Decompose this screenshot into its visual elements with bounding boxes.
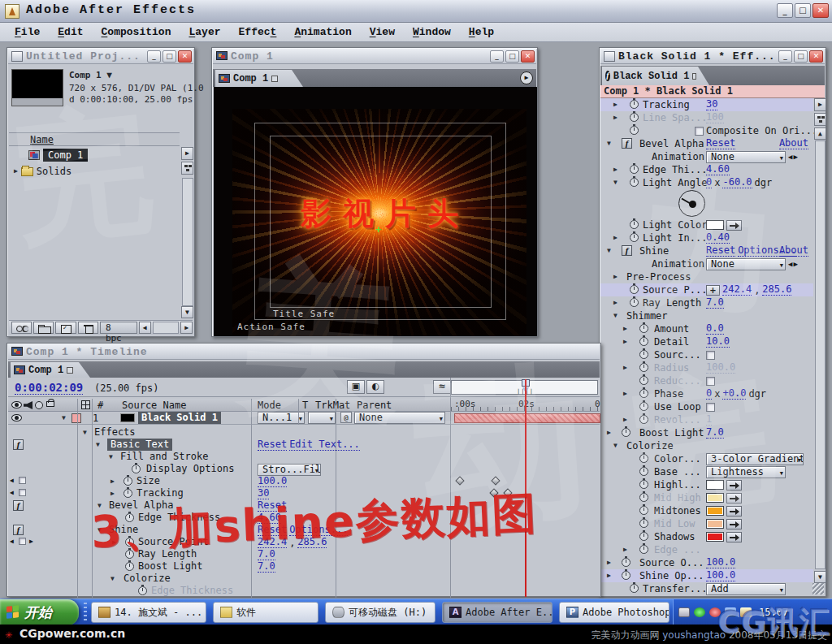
- twirl-down-icon[interactable]: ▼: [613, 439, 618, 452]
- value-link[interactable]: 100.0: [258, 476, 287, 487]
- twirl-right-icon[interactable]: ▶: [613, 98, 618, 111]
- stopwatch-icon[interactable]: [639, 532, 648, 541]
- value-link[interactable]: 10.0: [706, 336, 730, 348]
- menu-window[interactable]: Window: [405, 24, 459, 40]
- eyedropper-icon[interactable]: [726, 519, 742, 529]
- stopwatch-icon[interactable]: [630, 100, 639, 109]
- bit-depth-button[interactable]: 8 bpc: [100, 322, 137, 334]
- effect-switch-icon[interactable]: f: [13, 439, 24, 450]
- effects-tab[interactable]: f Black Solid 1: [602, 67, 709, 85]
- parent-dropdown[interactable]: None: [354, 412, 445, 424]
- tab-close-box[interactable]: [271, 76, 278, 82]
- value-link[interactable]: 100.0: [706, 362, 735, 374]
- resize-grip[interactable]: [812, 583, 824, 594]
- value-link[interactable]: 285.6: [762, 284, 791, 296]
- keyframe-diamond[interactable]: [455, 476, 464, 485]
- current-time-display[interactable]: 0:00:02:09: [15, 381, 83, 395]
- twirl-right-icon[interactable]: ▶: [607, 426, 611, 439]
- task-button-row[interactable]: 软件: [213, 602, 318, 623]
- twirl-down-icon[interactable]: ▼: [96, 439, 100, 452]
- color-swatch[interactable]: [706, 519, 724, 529]
- checkbox[interactable]: [706, 351, 715, 360]
- eyedropper-icon[interactable]: [726, 493, 742, 504]
- effect-switch-icon[interactable]: f: [13, 500, 24, 511]
- timeline-switch-button-0[interactable]: ▣: [347, 380, 365, 394]
- stopwatch-icon[interactable]: [639, 415, 648, 424]
- effects-close-button[interactable]: ✕: [809, 50, 823, 63]
- twirl-right-icon[interactable]: ▶: [623, 361, 627, 374]
- stopwatch-icon[interactable]: [639, 389, 648, 398]
- value-link[interactable]: Reset: [258, 439, 287, 451]
- value-link[interactable]: 0.0: [706, 323, 724, 335]
- about-link[interactable]: About: [779, 245, 808, 257]
- effects-flyout-button[interactable]: ▶: [814, 98, 826, 111]
- stopwatch-icon[interactable]: [125, 562, 134, 571]
- project-item-solids[interactable]: ▶ Solids: [14, 165, 72, 178]
- stopwatch-icon[interactable]: [630, 298, 639, 307]
- twirl-right-icon[interactable]: ▶: [623, 413, 627, 426]
- value-link[interactable]: 0.40: [706, 232, 730, 244]
- tray-icon-yellow[interactable]: [740, 607, 752, 617]
- twirl-right-icon[interactable]: ▶: [14, 165, 18, 178]
- layer-label-chip[interactable]: [72, 413, 81, 423]
- about-link[interactable]: About: [779, 138, 808, 149]
- task-button-h[interactable]: 可移动磁盘 (H:): [325, 602, 436, 623]
- menu-help[interactable]: Help: [461, 24, 502, 40]
- color-swatch[interactable]: [706, 220, 724, 230]
- project-hscroll-left[interactable]: ◀: [139, 322, 151, 334]
- stopwatch-icon[interactable]: [639, 376, 648, 385]
- stopwatch-icon[interactable]: [639, 493, 648, 502]
- twirl-down-icon[interactable]: ▼: [83, 426, 87, 439]
- twirl-right-icon[interactable]: ▶: [613, 163, 618, 176]
- timeline-titlebar[interactable]: Comp 1 * Timeline: [8, 344, 600, 360]
- start-button[interactable]: 开始: [0, 599, 79, 625]
- tab-close-box[interactable]: [67, 367, 73, 374]
- menu-file[interactable]: File: [6, 24, 48, 40]
- column-t[interactable]: T: [302, 400, 308, 411]
- keyframe-checkbox[interactable]: [19, 477, 26, 484]
- effects-scroll-down[interactable]: ▼: [814, 571, 826, 583]
- stopwatch-icon[interactable]: [630, 220, 639, 229]
- trash-icon[interactable]: [78, 322, 98, 334]
- value-link[interactable]: 100: [706, 112, 724, 123]
- angle-dial[interactable]: [678, 190, 705, 217]
- prev-key-icon[interactable]: ◀: [10, 538, 15, 545]
- dropdown[interactable]: Stro...Fill: [258, 464, 321, 476]
- checkbox[interactable]: [695, 127, 704, 136]
- prev-next-arrows-icon[interactable]: ◀▶: [788, 260, 799, 268]
- effect-switch-icon[interactable]: f: [622, 245, 632, 256]
- keyboard-icon[interactable]: [678, 607, 690, 617]
- twirl-down-icon[interactable]: ▼: [607, 137, 611, 150]
- stopwatch-icon[interactable]: [639, 454, 648, 463]
- effect-point-button[interactable]: +: [706, 285, 720, 296]
- trkmat-dropdown[interactable]: [308, 412, 336, 424]
- column-number[interactable]: #: [98, 400, 103, 411]
- stopwatch-icon[interactable]: [639, 324, 648, 333]
- dropdown[interactable]: Lightness: [706, 466, 786, 478]
- timeline-switch-button-2[interactable]: ≈: [433, 380, 451, 394]
- menu-view[interactable]: View: [362, 24, 403, 40]
- twirl-down-icon[interactable]: ▼: [613, 309, 618, 322]
- value-link[interactable]: 7.0: [706, 427, 724, 439]
- value-link[interactable]: 1: [706, 414, 712, 426]
- prev-next-arrows-icon[interactable]: ◀▶: [788, 153, 799, 161]
- comp-tab[interactable]: Comp 1: [215, 70, 303, 87]
- stopwatch-icon[interactable]: [630, 113, 639, 122]
- comp-minimize-button[interactable]: _: [490, 50, 504, 63]
- dropdown[interactable]: None: [706, 258, 786, 270]
- twirl-right-icon[interactable]: ▶: [613, 111, 618, 124]
- twirl-right-icon[interactable]: ▶: [623, 335, 627, 348]
- tab-close-box[interactable]: [692, 73, 696, 80]
- value-link[interactable]: +0.0: [722, 388, 746, 400]
- comp-flyout-button[interactable]: ▶: [520, 71, 533, 84]
- stopwatch-icon[interactable]: [630, 233, 639, 242]
- stopwatch-icon[interactable]: [639, 480, 648, 489]
- column-trkmat[interactable]: TrkMat: [315, 400, 350, 411]
- effect-switch-icon[interactable]: f: [622, 138, 632, 149]
- stopwatch-icon[interactable]: [622, 571, 630, 580]
- effects-panel-button[interactable]: [814, 113, 826, 126]
- value-link[interactable]: 100.0: [706, 570, 735, 581]
- eyedropper-icon[interactable]: [726, 220, 742, 231]
- stopwatch-icon[interactable]: [132, 465, 141, 473]
- project-scrollbar[interactable]: [182, 178, 193, 306]
